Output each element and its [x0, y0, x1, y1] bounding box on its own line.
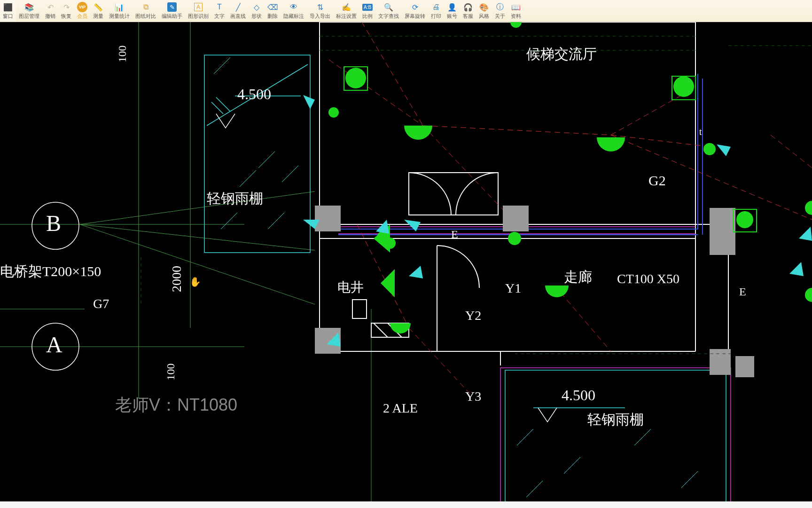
annotation-settings-icon: ✍	[341, 2, 351, 12]
svg-line-56	[611, 93, 686, 135]
svg-rect-12	[505, 370, 726, 501]
shape-icon: ◇	[251, 2, 262, 12]
svg-point-77	[805, 288, 812, 302]
undo-button-label: 撤销	[45, 13, 55, 20]
drawing-compare-button[interactable]: ⧉图纸对比	[133, 0, 159, 22]
hide-annotation-button[interactable]: 👁隐藏标注	[281, 0, 307, 22]
svg-line-19	[282, 166, 298, 182]
window-icon: ⬛	[3, 2, 13, 12]
svg-line-23	[564, 457, 580, 474]
svg-rect-11	[204, 55, 310, 253]
svg-rect-66	[710, 349, 731, 375]
text-search-button[interactable]: 🔍文字查找	[375, 0, 402, 22]
docs-button-label: 资料	[511, 13, 521, 20]
svg-point-69	[328, 107, 339, 118]
svg-line-5	[80, 191, 315, 224]
layer-manager-button-label: 图层管理	[19, 13, 39, 20]
svg-point-70	[673, 76, 694, 97]
svg-rect-64	[710, 208, 735, 255]
delete-button[interactable]: ⌫删除	[265, 0, 281, 22]
draw-line-icon: ╱	[233, 2, 243, 12]
svg-point-74	[508, 232, 521, 245]
grid-label-b: B	[46, 210, 61, 236]
style-button[interactable]: 🎨风格	[476, 0, 492, 22]
svg-rect-43	[352, 300, 367, 318]
shape-recognition-button[interactable]: A图形识别	[185, 0, 211, 22]
draw-line-button-label: 画直线	[230, 13, 246, 20]
account-icon: 👤	[447, 2, 457, 12]
measure-stats-button[interactable]: 📊测量统计	[106, 0, 133, 22]
print-button[interactable]: 🖨打印	[428, 0, 444, 22]
svg-line-16	[214, 57, 230, 74]
svg-line-6	[80, 224, 315, 250]
text-icon: T	[214, 2, 225, 12]
cad-canvas[interactable]: B A 100 2000 100 4.500 轻钢雨棚 4.500 轻钢雨棚 电…	[0, 22, 812, 501]
undo-button[interactable]: ↶撤销	[42, 0, 58, 22]
support-icon: 🎧	[463, 2, 473, 12]
account-button[interactable]: 👤账号	[444, 0, 460, 22]
support-button[interactable]: 🎧客服	[460, 0, 476, 22]
docs-icon: 📖	[511, 2, 521, 12]
svg-line-59	[409, 328, 470, 394]
svg-line-54	[423, 126, 611, 135]
window-button[interactable]: ⬛窗口	[0, 0, 16, 22]
text-search-button-label: 文字查找	[378, 13, 399, 20]
svg-line-61	[771, 135, 812, 168]
svg-line-25	[681, 471, 698, 488]
layer-manager-icon: 📚	[24, 2, 34, 12]
hide-annotation-icon: 👁	[289, 2, 299, 12]
about-button[interactable]: ⓘ关于	[492, 0, 508, 22]
annotation-settings-button-label: 标注设置	[336, 13, 357, 20]
print-icon: 🖨	[431, 2, 441, 12]
svg-line-18	[240, 170, 256, 187]
measure-stats-icon: 📊	[114, 2, 125, 12]
delete-icon: ⌫	[267, 2, 278, 12]
grid-label-a: A	[46, 332, 62, 357]
draw-line-button[interactable]: ╱画直线	[227, 0, 249, 22]
shape-button[interactable]: ◇形状	[249, 0, 265, 22]
svg-line-26	[526, 481, 543, 497]
print-button-label: 打印	[431, 13, 441, 20]
watermark-text: 老师V：NT1080	[115, 394, 237, 417]
svg-line-51	[362, 22, 423, 126]
measure-icon: 📏	[93, 2, 103, 12]
vip-button[interactable]: VIP会员	[74, 0, 90, 22]
shape-recognition-icon: A	[193, 2, 203, 12]
redo-button[interactable]: ↷恢复	[58, 0, 74, 22]
svg-point-72	[703, 143, 716, 155]
measure-button-label: 测量	[93, 13, 103, 20]
screen-rotate-button[interactable]: ⟳屏幕旋转	[402, 0, 428, 22]
svg-rect-46	[500, 368, 731, 501]
svg-rect-67	[735, 356, 754, 377]
text-button[interactable]: T文字	[211, 0, 227, 22]
status-bar	[0, 501, 812, 508]
edit-assistant-button[interactable]: ✎编辑助手	[159, 0, 185, 22]
screen-rotate-button-label: 屏幕旋转	[405, 13, 425, 20]
docs-button[interactable]: 📖资料	[508, 0, 524, 22]
shape-button-label: 形状	[251, 13, 262, 20]
redo-icon: ↷	[61, 2, 71, 12]
svg-line-21	[268, 213, 284, 229]
scale-icon: A:B	[362, 2, 373, 12]
layer-manager-button[interactable]: 📚图层管理	[16, 0, 42, 22]
about-icon: ⓘ	[495, 2, 505, 12]
import-export-button-label: 导入导出	[310, 13, 330, 20]
svg-line-24	[634, 429, 651, 445]
style-icon: 🎨	[479, 2, 489, 12]
svg-line-22	[517, 429, 533, 445]
svg-rect-62	[315, 206, 341, 231]
vip-button-label: 会员	[77, 13, 87, 20]
account-button-label: 账号	[447, 13, 457, 20]
svg-point-76	[805, 201, 812, 215]
import-export-icon: ⇅	[315, 2, 325, 12]
shape-recognition-button-label: 图形识别	[188, 13, 209, 20]
measure-button[interactable]: 📏测量	[90, 0, 106, 22]
import-export-button[interactable]: ⇅导入导出	[307, 0, 333, 22]
svg-line-17	[258, 151, 275, 168]
edit-assistant-button-label: 编辑助手	[162, 13, 182, 20]
svg-line-20	[221, 213, 237, 229]
vip-icon: VIP	[77, 2, 87, 12]
annotation-settings-button[interactable]: ✍标注设置	[333, 0, 359, 22]
scale-button[interactable]: A:B比例	[359, 0, 375, 22]
svg-point-71	[736, 211, 753, 228]
